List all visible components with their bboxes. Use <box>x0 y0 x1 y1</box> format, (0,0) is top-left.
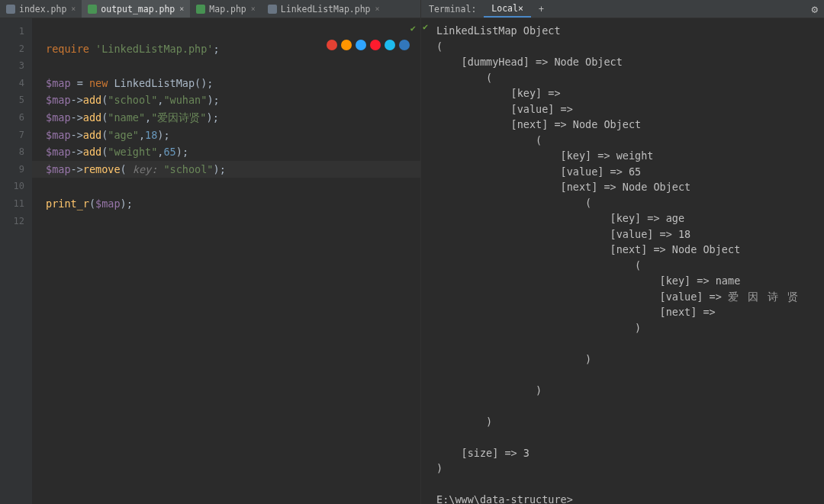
svg-rect-0 <box>6 5 15 14</box>
opera-icon[interactable] <box>370 40 381 50</box>
code-line[interactable]: $map->add("weight",65); <box>32 143 420 161</box>
code-line[interactable]: print_r($map); <box>32 195 420 213</box>
terminal-line: [value] => 爱 因 诗 贤 <box>436 289 824 305</box>
terminal-tab-local[interactable]: Local× <box>484 0 531 18</box>
close-icon[interactable]: × <box>179 5 184 13</box>
code-line[interactable] <box>32 23 420 40</box>
terminal-line: [next] => Node Object <box>436 117 824 133</box>
status-ok-icon: ✔ <box>410 23 416 34</box>
ie-icon[interactable] <box>385 40 395 50</box>
terminal-line: ( <box>436 195 824 211</box>
svg-rect-2 <box>196 5 205 14</box>
terminal-line: [size] => 3 <box>436 445 824 461</box>
terminal-line: ( <box>436 70 824 86</box>
line-number: 3 <box>0 57 32 75</box>
terminal-line <box>436 429 824 445</box>
close-icon[interactable]: × <box>518 3 523 14</box>
php-file-icon <box>88 5 97 14</box>
run-ok-icon: ✔ <box>423 21 428 32</box>
line-number: 8 <box>0 143 32 161</box>
terminal-line <box>436 367 824 383</box>
firefox-icon[interactable] <box>341 40 352 50</box>
line-number: 12 <box>0 213 32 230</box>
terminal-line: ) <box>436 461 824 477</box>
editor-tabbar: index.php×output_map.php×Map.php×LinkedL… <box>0 0 420 18</box>
code-editor[interactable]: 123456789101112 ✔ require 'LinkedListMap… <box>0 18 420 504</box>
terminal-line: [next] => Node Object <box>436 242 824 258</box>
terminal-line: [next] => Node Object <box>436 179 824 195</box>
terminal-line: [value] => 65 <box>436 164 824 180</box>
line-number: 11 <box>0 195 32 213</box>
code-line[interactable] <box>32 57 420 75</box>
tab-index-php[interactable]: index.php× <box>0 0 82 18</box>
svg-rect-3 <box>268 5 277 14</box>
gear-icon[interactable]: ⚙ <box>806 3 824 15</box>
terminal-line: [value] => <box>436 101 824 117</box>
line-number: 5 <box>0 91 32 109</box>
terminal-line: [value] => 18 <box>436 226 824 242</box>
tab-map-php[interactable]: Map.php× <box>190 0 262 18</box>
tab-output-map-php[interactable]: output_map.php× <box>82 0 190 18</box>
terminal-line: ) <box>436 414 824 430</box>
code-line[interactable] <box>32 178 420 195</box>
php-file-icon <box>196 5 205 14</box>
terminal-line: [key] => weight <box>436 148 824 164</box>
close-icon[interactable]: × <box>71 5 76 13</box>
php-file-icon <box>268 5 277 14</box>
terminal-line: ) <box>436 352 824 368</box>
svg-rect-1 <box>88 5 97 14</box>
terminal-line: [next] => <box>436 304 824 320</box>
line-number: 9 <box>0 161 32 178</box>
terminal-line <box>436 335 824 352</box>
line-number: 4 <box>0 75 32 92</box>
line-number: 2 <box>0 40 32 58</box>
close-icon[interactable]: × <box>375 5 380 13</box>
terminal-label: Terminal: <box>421 4 484 14</box>
php-file-icon <box>6 5 15 14</box>
terminal-line: ) <box>436 383 824 399</box>
terminal-line: LinkedListMap Object <box>436 23 824 39</box>
terminal-line: [key] => <box>436 85 824 101</box>
code-line[interactable]: $map->add("age",18); <box>32 127 420 144</box>
terminal-line: [dummyHead] => Node Object <box>436 54 824 70</box>
code-line[interactable]: $map->add("name","爱因诗贤"); <box>32 109 420 127</box>
line-number: 10 <box>0 178 32 195</box>
terminal-line <box>436 477 824 493</box>
safari-icon[interactable] <box>356 40 366 50</box>
code-area[interactable]: ✔ require 'LinkedListMap.php';$map = new… <box>32 18 420 504</box>
terminal-line: ( <box>436 39 824 55</box>
terminal-line: ( <box>436 133 824 149</box>
line-gutter: 123456789101112 <box>0 18 32 504</box>
add-terminal-button[interactable]: + <box>531 4 552 14</box>
terminal-output[interactable]: ✔ LinkedListMap Object( [dummyHead] => N… <box>421 18 824 504</box>
edge-icon[interactable] <box>399 40 410 50</box>
terminal-line: [key] => name <box>436 273 824 289</box>
tab-linkedlistmap-php[interactable]: LinkedListMap.php× <box>262 0 386 18</box>
code-line[interactable]: $map->remove( key: "school"); <box>32 161 420 178</box>
terminal-line: E:\www\data-structure> <box>436 492 824 504</box>
terminal-line: ) <box>436 320 824 336</box>
code-line[interactable] <box>32 213 420 230</box>
terminal-line: ( <box>436 258 824 274</box>
terminal-line: [key] => age <box>436 210 824 226</box>
code-line[interactable]: $map = new LinkedListMap(); <box>32 75 420 92</box>
terminal-tabbar: Terminal: Local× + ⚙ <box>421 0 824 18</box>
chrome-icon[interactable] <box>327 40 337 50</box>
terminal-line <box>436 398 824 414</box>
line-number: 7 <box>0 127 32 144</box>
close-icon[interactable]: × <box>251 5 256 13</box>
line-number: 6 <box>0 109 32 127</box>
code-line[interactable]: $map->add("school","wuhan"); <box>32 91 420 109</box>
line-number: 1 <box>0 23 32 40</box>
browser-icons-bar <box>327 40 410 50</box>
